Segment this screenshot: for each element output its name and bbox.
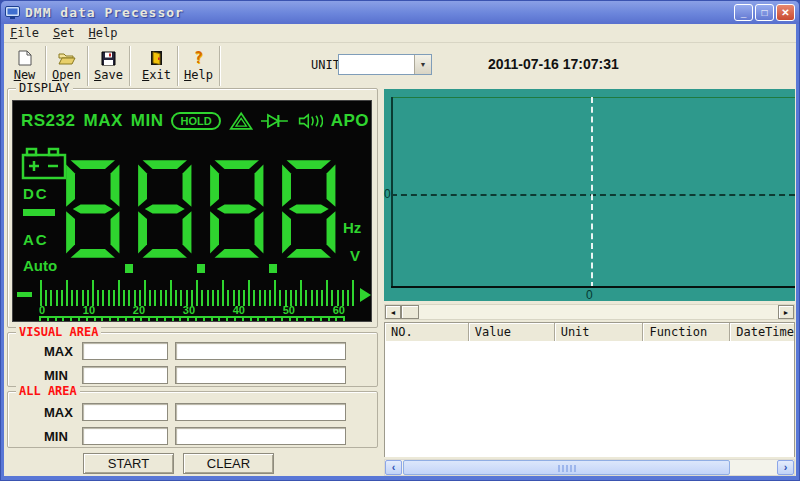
menu-bar: File Set Help <box>4 24 796 43</box>
scale-label: 10 <box>83 305 95 315</box>
open-icon <box>58 49 76 67</box>
table-scroll-right-button[interactable]: › <box>777 460 794 475</box>
col-datetime[interactable]: DateTime <box>730 323 794 341</box>
seven-segment-digit <box>137 143 193 275</box>
client-area: File Set Help New Open Sav <box>4 24 796 476</box>
apo-indicator: APO <box>331 111 369 131</box>
bargraph-pointer-icon <box>360 288 371 302</box>
maximize-button[interactable]: □ <box>755 4 774 21</box>
start-button[interactable]: START <box>83 453 174 474</box>
help-label: Help <box>184 68 213 82</box>
app-window: DMM data Precessor _ □ ✕ File Set Help N… <box>0 0 800 481</box>
menu-set[interactable]: Set <box>53 26 75 40</box>
visual-max-value-input[interactable] <box>82 342 168 360</box>
open-button[interactable]: Open <box>46 46 88 86</box>
save-label: Save <box>94 68 123 82</box>
v-unit-label: V <box>350 247 360 264</box>
col-no[interactable]: NO. <box>385 323 469 341</box>
minimize-button[interactable]: _ <box>734 4 753 21</box>
chart-scrollbar[interactable]: ◄ ► <box>384 304 795 320</box>
chart-y-axis <box>391 97 393 288</box>
chart-x-axis <box>391 286 795 288</box>
open-label: Open <box>52 68 81 82</box>
new-button[interactable]: New <box>4 46 46 86</box>
new-icon <box>18 49 32 67</box>
chart-area: 0 0 <box>384 89 795 301</box>
chevron-down-icon: ▼ <box>420 61 427 68</box>
hold-indicator: HOLD <box>171 112 220 130</box>
decimal-point <box>125 264 134 273</box>
table-scrollbar-thumb[interactable] <box>403 460 730 475</box>
decimal-point <box>269 264 278 273</box>
clear-button[interactable]: CLEAR <box>183 453 274 474</box>
rs232-indicator: RS232 <box>21 111 75 131</box>
all-area-group: ALL AREA MAX MIN <box>7 391 378 448</box>
scale-miniticks <box>39 318 345 322</box>
scale-label: 40 <box>233 305 245 315</box>
app-icon <box>5 6 20 20</box>
chart-x-zero-label: 0 <box>586 288 593 302</box>
scroll-left-icon: ‹ <box>392 461 396 473</box>
scroll-right-button[interactable]: ► <box>778 305 794 319</box>
minimize-icon: _ <box>741 7 747 18</box>
exit-icon <box>150 49 163 67</box>
visual-max-detail-input[interactable] <box>175 342 346 360</box>
auto-mode-label: Auto <box>23 257 57 274</box>
display-group-label: DISPLAY <box>16 81 73 95</box>
visual-area-group: VISUAL AREA MAX MIN <box>7 332 378 387</box>
lcd-bargraph <box>17 279 371 306</box>
scroll-right-icon: ► <box>783 309 790 316</box>
range-bar <box>23 209 55 216</box>
all-min-detail-input[interactable] <box>175 427 346 445</box>
speaker-icon <box>297 112 323 130</box>
display-group: DISPLAY RS232 MAX MIN HOLD <box>7 88 378 328</box>
visual-min-value-input[interactable] <box>82 366 168 384</box>
col-function[interactable]: Function <box>643 323 730 341</box>
unit-combobox[interactable]: ▼ <box>338 54 432 75</box>
scale-label: 30 <box>183 305 195 315</box>
exit-button[interactable]: Exit <box>136 46 178 86</box>
menu-help[interactable]: Help <box>89 26 118 40</box>
visual-max-label: MAX <box>44 344 82 359</box>
scale-label: 0 <box>39 305 45 315</box>
visual-area-label: VISUAL AREA <box>16 325 101 339</box>
seven-segment-digit <box>209 143 265 275</box>
scroll-left-icon: ◄ <box>390 309 397 316</box>
all-max-label: MAX <box>44 405 82 420</box>
table-scrollbar[interactable]: ‹ › <box>384 459 795 476</box>
seven-segment-digit <box>65 143 121 275</box>
table-body <box>385 341 794 457</box>
col-unit[interactable]: Unit <box>555 323 644 341</box>
decimal-point <box>197 264 206 273</box>
table-header: NO. Value Unit Function DateTime <box>385 323 794 341</box>
scroll-left-button[interactable]: ◄ <box>385 305 401 319</box>
chart-scrollbar-thumb[interactable] <box>401 305 419 319</box>
combo-dropdown-button[interactable]: ▼ <box>414 55 431 74</box>
col-value[interactable]: Value <box>469 323 555 341</box>
hz-unit-label: Hz <box>343 219 361 236</box>
save-button[interactable]: Save <box>88 46 130 86</box>
max-indicator: MAX <box>83 111 122 131</box>
all-max-value-input[interactable] <box>82 403 168 421</box>
table-scroll-left-button[interactable]: ‹ <box>385 460 402 475</box>
unit-combobox-value <box>339 55 414 74</box>
title-bar: DMM data Precessor _ □ ✕ <box>1 1 799 24</box>
all-min-value-input[interactable] <box>82 427 168 445</box>
scale-label: 50 <box>283 305 295 315</box>
minus-sign <box>17 292 32 297</box>
exit-label: Exit <box>142 68 171 82</box>
seven-segment-digit <box>281 143 337 275</box>
new-label: New <box>14 68 36 82</box>
visual-min-detail-input[interactable] <box>175 366 346 384</box>
all-max-detail-input[interactable] <box>175 403 346 421</box>
toolbar: New Open Save Exit <box>4 44 796 87</box>
save-icon <box>101 49 116 67</box>
window-title: DMM data Precessor <box>25 5 184 20</box>
data-table: NO. Value Unit Function DateTime <box>384 322 795 457</box>
chart-top-line <box>391 97 795 98</box>
help-button[interactable]: ? Help <box>178 46 220 86</box>
close-button[interactable]: ✕ <box>776 4 795 21</box>
min-indicator: MIN <box>131 111 164 131</box>
battery-icon <box>21 147 67 181</box>
menu-file[interactable]: File <box>10 26 39 40</box>
